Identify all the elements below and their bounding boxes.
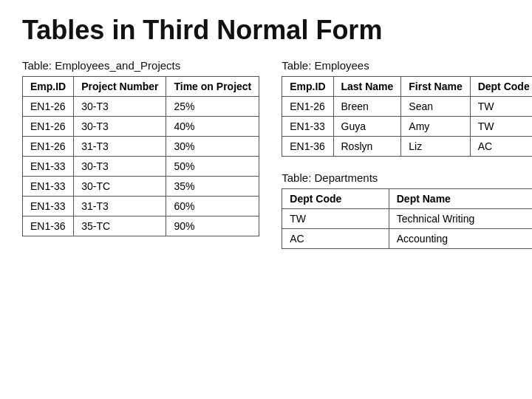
table-row: ACAccounting bbox=[282, 229, 532, 249]
table-row: EN1-33GuyaAmyTW bbox=[282, 117, 532, 137]
table-row: EN1-3330-TC35% bbox=[23, 177, 259, 197]
time-on-project-col-header: Time on Project bbox=[166, 77, 259, 97]
first-name-col-header: First Name bbox=[401, 77, 470, 97]
employees-label: Table: Employees bbox=[282, 59, 532, 72]
dept-code-col-header: Dept Code bbox=[470, 77, 532, 97]
table-row: EN1-2631-T330% bbox=[23, 137, 259, 157]
employees-table: Emp.ID Last Name First Name Dept Code EN… bbox=[282, 76, 532, 157]
employees-section: Table: Employees Emp.ID Last Name First … bbox=[282, 59, 532, 157]
table-row: EN1-3330-T350% bbox=[23, 157, 259, 177]
right-column: Table: Employees Emp.ID Last Name First … bbox=[282, 59, 532, 249]
employees-and-projects-label: Table: Employees_and_Projects bbox=[22, 59, 259, 72]
last-name-col-header: Last Name bbox=[333, 77, 401, 97]
table-row: TWTechnical Writing bbox=[282, 209, 532, 229]
dept-name-col-header: Dept Name bbox=[389, 189, 532, 209]
table-row: EN1-36RoslynLizAC bbox=[282, 137, 532, 157]
table-row: EN1-2630-T340% bbox=[23, 117, 259, 137]
table-row: EN1-26BreenSeanTW bbox=[282, 97, 532, 117]
dept-code2-col-header: Dept Code bbox=[282, 189, 389, 209]
table-row: EN1-2630-T325% bbox=[23, 97, 259, 117]
emp-id2-col-header: Emp.ID bbox=[282, 77, 333, 97]
departments-table: Dept Code Dept Name TWTechnical WritingA… bbox=[282, 188, 532, 249]
employees-and-projects-section: Table: Employees_and_Projects Emp.ID Pro… bbox=[22, 59, 259, 236]
emp-id-col-header: Emp.ID bbox=[23, 77, 74, 97]
page-title: Tables in Third Normal Form bbox=[22, 15, 510, 46]
table-row: EN1-3635-TC90% bbox=[23, 216, 259, 236]
project-number-col-header: Project Number bbox=[74, 77, 166, 97]
departments-label: Table: Departments bbox=[282, 171, 532, 184]
employees-and-projects-table: Emp.ID Project Number Time on Project EN… bbox=[22, 76, 259, 236]
departments-section: Table: Departments Dept Code Dept Name T… bbox=[282, 171, 532, 249]
table-row: EN1-3331-T360% bbox=[23, 197, 259, 216]
